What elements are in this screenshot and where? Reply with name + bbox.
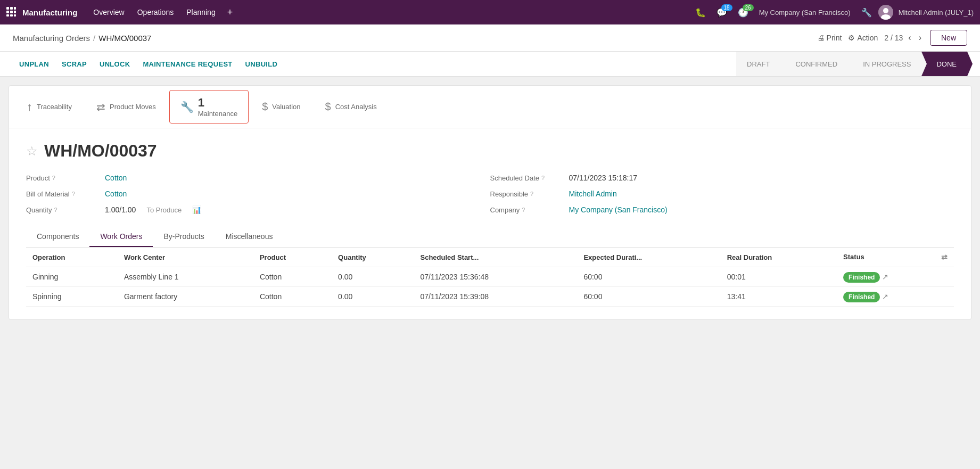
maintenance-label: Maintenance xyxy=(198,110,237,118)
activity-icon[interactable]: 🕐 26 xyxy=(734,5,753,20)
col-scheduled-start: Scheduled Start... xyxy=(414,248,578,267)
traceability-icon: ↑ xyxy=(27,100,32,114)
pipeline-done[interactable]: DONE xyxy=(921,52,967,76)
to-produce-label: To Produce xyxy=(146,206,182,214)
cost-analysis-icon: $ xyxy=(325,101,331,113)
col-product: Product xyxy=(253,248,332,267)
smart-buttons: ↑ Traceability ⇄ Product Moves 🔧 1 Maint… xyxy=(9,86,971,128)
pipeline-confirmed[interactable]: CONFIRMED xyxy=(780,52,848,76)
record-form: ☆ WH/MO/00037 Product ? Cotton Bill of M… xyxy=(9,128,971,319)
print-button[interactable]: 🖨 Print xyxy=(817,34,842,42)
maintenance-count: 1 xyxy=(198,96,237,110)
company-name: My Company (San Francisco) xyxy=(755,9,855,17)
col-work-center: Work Center xyxy=(118,248,253,267)
bom-value[interactable]: Cotton xyxy=(105,190,127,198)
row1-status-badge: Finished xyxy=(843,272,880,283)
nav-planning[interactable]: Planning xyxy=(181,5,221,20)
svg-rect-8 xyxy=(14,14,16,17)
product-field-row: Product ? Cotton xyxy=(26,174,490,182)
product-label: Product ? xyxy=(26,174,101,182)
row1-scheduled-start: 07/11/2023 15:36:48 xyxy=(414,267,578,287)
row2-quantity: 0.00 xyxy=(332,287,414,307)
product-help-icon[interactable]: ? xyxy=(52,175,55,181)
company-help-icon[interactable]: ? xyxy=(522,207,525,213)
bom-help-icon[interactable]: ? xyxy=(72,191,75,197)
form-fields: Product ? Cotton Bill of Material ? Cott… xyxy=(26,174,954,214)
tab-components[interactable]: Components xyxy=(26,227,89,247)
nav-overview[interactable]: Overview xyxy=(88,5,129,20)
product-value[interactable]: Cotton xyxy=(105,174,127,182)
traceability-button[interactable]: ↑ Traceability xyxy=(15,90,83,124)
prev-page-button[interactable]: ‹ xyxy=(906,32,913,44)
pagination: 2 / 13 ‹ › xyxy=(884,32,924,44)
svg-rect-7 xyxy=(10,14,13,17)
quantity-help-icon[interactable]: ? xyxy=(54,207,57,213)
record-title: WH/MO/00037 xyxy=(44,141,157,161)
pipeline-in-progress[interactable]: IN PROGRESS xyxy=(848,52,921,76)
valuation-label: Valuation xyxy=(272,103,300,111)
avatar[interactable] xyxy=(878,5,893,20)
row1-operation: Ginning xyxy=(26,267,118,287)
scheduled-date-help-icon[interactable]: ? xyxy=(541,175,545,181)
valuation-button[interactable]: $ Valuation xyxy=(251,90,311,124)
work-orders-table: Operation Work Center Product Quantity S… xyxy=(26,248,954,307)
col-real-duration: Real Duration xyxy=(721,248,837,267)
maintenance-button[interactable]: 🔧 1 Maintenance xyxy=(169,90,249,124)
row2-scheduled-start: 07/11/2023 15:39:08 xyxy=(414,287,578,307)
debug-icon[interactable]: 🐛 xyxy=(691,5,710,20)
row1-quantity: 0.00 xyxy=(332,267,414,287)
product-moves-button[interactable]: ⇄ Product Moves xyxy=(85,90,167,124)
chart-icon[interactable]: 📊 xyxy=(192,205,201,214)
breadcrumb-bar: Manufacturing Orders / WH/MO/00037 🖨 Pri… xyxy=(0,24,980,52)
action-button[interactable]: ⚙ Action xyxy=(848,34,878,42)
row1-open-icon[interactable]: ↗ xyxy=(882,273,888,281)
quantity-label: Quantity ? xyxy=(26,206,101,214)
pipeline-draft[interactable]: DRAFT xyxy=(736,52,780,76)
row1-product: Cotton xyxy=(253,267,332,287)
maintenance-request-button[interactable]: MAINTENANCE REQUEST xyxy=(136,53,238,76)
messages-badge: 18 xyxy=(721,4,732,11)
company-value[interactable]: My Company (San Francisco) xyxy=(569,205,668,214)
tab-work-orders[interactable]: Work Orders xyxy=(89,227,153,247)
status-sort-icon[interactable]: ⇄ xyxy=(941,253,948,261)
nav-operations[interactable]: Operations xyxy=(132,5,179,20)
top-navigation: Manufacturing Overview Operations Planni… xyxy=(0,0,980,24)
svg-rect-1 xyxy=(10,7,13,10)
grid-icon[interactable] xyxy=(6,7,16,18)
traceability-label: Traceability xyxy=(37,103,72,111)
responsible-label: Responsible ? xyxy=(490,190,565,198)
action-bar: UNPLAN SCRAP UNLOCK MAINTENANCE REQUEST … xyxy=(0,52,980,77)
unlock-button[interactable]: UNLOCK xyxy=(93,53,136,76)
scheduled-date-value: 07/11/2023 15:18:17 xyxy=(569,174,637,182)
cost-analysis-button[interactable]: $ Cost Analysis xyxy=(314,90,388,124)
record-card: ↑ Traceability ⇄ Product Moves 🔧 1 Maint… xyxy=(9,85,971,320)
add-menu-button[interactable]: + xyxy=(223,5,237,20)
row2-real-duration: 13:41 xyxy=(721,287,837,307)
unplan-button[interactable]: UNPLAN xyxy=(13,53,55,76)
breadcrumb-parent[interactable]: Manufacturing Orders xyxy=(13,34,90,43)
quantity-value: 1.00/1.00 xyxy=(105,205,136,214)
tab-miscellaneous[interactable]: Miscellaneous xyxy=(215,227,284,247)
new-button[interactable]: New xyxy=(930,30,967,46)
settings-icon[interactable]: 🔧 xyxy=(857,5,876,20)
scrap-button[interactable]: SCRAP xyxy=(55,53,93,76)
responsible-value[interactable]: Mitchell Admin xyxy=(569,190,617,198)
row2-operation: Spinning xyxy=(26,287,118,307)
unbuild-button[interactable]: UNBUILD xyxy=(239,53,284,76)
next-page-button[interactable]: › xyxy=(917,32,924,44)
cost-analysis-label: Cost Analysis xyxy=(335,103,377,111)
svg-rect-0 xyxy=(6,7,9,10)
printer-icon: 🖨 xyxy=(817,34,825,42)
favorite-star-icon[interactable]: ☆ xyxy=(26,144,38,159)
user-name: Mitchell Admin (JULY_1) xyxy=(899,9,974,17)
row2-open-icon[interactable]: ↗ xyxy=(882,292,888,301)
breadcrumb-current: WH/MO/00037 xyxy=(98,34,151,43)
tab-by-products[interactable]: By-Products xyxy=(153,227,215,247)
scheduled-date-field-row: Scheduled Date ? 07/11/2023 15:18:17 xyxy=(490,174,954,182)
breadcrumb-separator: / xyxy=(93,34,95,43)
svg-point-10 xyxy=(883,8,888,13)
table-row: Ginning Assembly Line 1 Cotton 0.00 07/1… xyxy=(26,267,954,287)
responsible-help-icon[interactable]: ? xyxy=(530,191,533,197)
record-title-row: ☆ WH/MO/00037 xyxy=(26,141,954,161)
messages-icon[interactable]: 💬 18 xyxy=(712,5,731,20)
